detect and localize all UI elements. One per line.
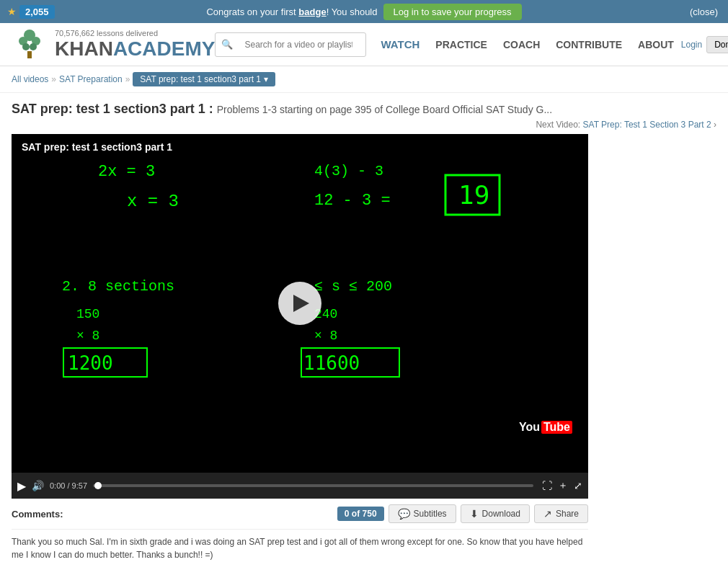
energy-block: ★ 2,055	[7, 5, 55, 19]
logo-area: 70,576,662 lessons delivered KHANACADEMY	[12, 27, 215, 63]
subtitles-button[interactable]: 💬 Subtitles	[389, 504, 456, 523]
next-video-bar: Next Video: SAT Prep: Test 1 Section 3 P…	[12, 120, 716, 130]
svg-rect-5	[27, 51, 32, 58]
logo-text-area: 70,576,662 lessons delivered KHANACADEMY	[55, 29, 215, 61]
youtube-tube: Tube	[541, 421, 572, 434]
search-input[interactable]	[237, 36, 360, 53]
breadcrumb-dropdown-arrow: ▾	[264, 74, 268, 84]
next-video-arrow: ›	[714, 120, 716, 130]
logo-text: KHANACADEMY	[55, 37, 215, 61]
expand-button[interactable]: ＋	[558, 479, 568, 492]
video-time: 0:00 / 9:57	[50, 481, 87, 490]
energy-icon: ★	[7, 6, 17, 17]
logo-khan: KHAN	[55, 37, 113, 60]
comment-text: Thank you so much Sal. I'm in sixth grad…	[12, 535, 588, 561]
download-label: Download	[482, 509, 520, 519]
share-button[interactable]: ↗ Share	[534, 504, 588, 523]
svg-point-3	[22, 43, 30, 50]
badge-message: Congrats on your first badge! You should	[206, 6, 377, 17]
progress-indicator	[94, 482, 102, 489]
breadcrumb-sat-prep[interactable]: SAT Preparation	[59, 74, 123, 84]
share-icon: ↗	[543, 508, 552, 520]
breadcrumb-current-label: SAT prep: test 1 section3 part 1	[140, 74, 261, 84]
subtitles-icon: 💬	[398, 508, 410, 520]
video-player: SAT prep: test 1 section3 part 1 2x = 3 …	[12, 134, 588, 473]
lessons-count: 70,576,662 lessons delivered	[55, 29, 215, 37]
badge-link[interactable]: badge	[298, 6, 326, 17]
download-icon: ⬇	[470, 508, 479, 520]
breadcrumb-all-videos[interactable]: All videos	[12, 74, 48, 84]
download-button[interactable]: ⬇ Download	[461, 504, 530, 523]
donate-button[interactable]: Donate	[706, 36, 728, 53]
breadcrumb-current-dropdown[interactable]: SAT prep: test 1 section3 part 1 ▾	[133, 72, 275, 86]
close-topbar-button[interactable]: (close)	[690, 6, 718, 17]
below-video-bar: Comments: 0 of 750 💬 Subtitles ⬇ Downloa…	[12, 499, 588, 530]
play-pause-button[interactable]: ▶	[17, 479, 26, 493]
video-title: SAT prep: test 1 section3 part 1 : Probl…	[12, 102, 716, 117]
top-notification-bar: ★ 2,055 Congrats on your first badge! Yo…	[0, 0, 728, 23]
nav-practice[interactable]: PRACTICE	[428, 35, 494, 55]
comments-count-badge: 0 of 750	[337, 507, 384, 521]
next-video-label: Next Video:	[536, 120, 580, 130]
svg-point-4	[30, 43, 37, 50]
resize-button[interactable]: ⤢	[574, 480, 582, 491]
subtitles-label: Subtitles	[414, 509, 447, 519]
nav-about[interactable]: ABOUT	[631, 35, 681, 55]
site-header: 70,576,662 lessons delivered KHANACADEMY…	[0, 23, 728, 66]
logo-icon	[12, 27, 48, 63]
volume-button[interactable]: 🔊	[32, 480, 44, 491]
play-button[interactable]	[278, 282, 321, 325]
share-label: Share	[556, 509, 579, 519]
nav-links: WATCH PRACTICE COACH CONTRIBUTE ABOUT	[373, 34, 680, 55]
search-icon: 🔍	[221, 39, 233, 50]
nav-watch[interactable]: WATCH	[373, 34, 427, 55]
login-link[interactable]: Login	[681, 40, 702, 50]
energy-count: 2,055	[19, 5, 55, 19]
youtube-you: You	[519, 421, 540, 434]
nav-coach[interactable]: COACH	[496, 35, 547, 55]
fullscreen-button[interactable]: ⛶	[542, 480, 552, 491]
header-actions: Login Donate Like 412K	[681, 36, 728, 53]
video-controls: ▶ 🔊 0:00 / 9:57 ⛶ ＋ ⤢	[12, 473, 588, 499]
nav-contribute[interactable]: CONTRIBUTE	[549, 35, 629, 55]
breadcrumb: All videos » SAT Preparation » SAT prep:…	[0, 66, 728, 93]
video-actions: 0 of 750 💬 Subtitles ⬇ Download ↗ Share	[337, 504, 588, 523]
breadcrumb-sep2: »	[125, 74, 130, 84]
logo-academy: ACADEMY	[113, 37, 216, 60]
comments-label: Comments:	[12, 509, 63, 520]
header-right: 🔍 WATCH PRACTICE COACH CONTRIBUTE ABOUT	[215, 32, 680, 57]
breadcrumb-sep1: »	[51, 74, 56, 84]
next-video-link[interactable]: SAT Prep: Test 1 Section 3 Part 2	[583, 120, 711, 130]
video-title-main: SAT prep: test 1 section3 part 1	[12, 102, 205, 116]
video-title-sub: Problems 1-3 starting on page 395 of Col…	[217, 104, 552, 115]
youtube-badge: YouTube	[513, 418, 578, 437]
video-overlay[interactable]	[12, 134, 588, 473]
page-content: SAT prep: test 1 section3 part 1 : Probl…	[0, 93, 728, 570]
progress-bar[interactable]	[93, 484, 533, 487]
save-progress-button[interactable]: Log in to save your progress	[383, 4, 522, 20]
